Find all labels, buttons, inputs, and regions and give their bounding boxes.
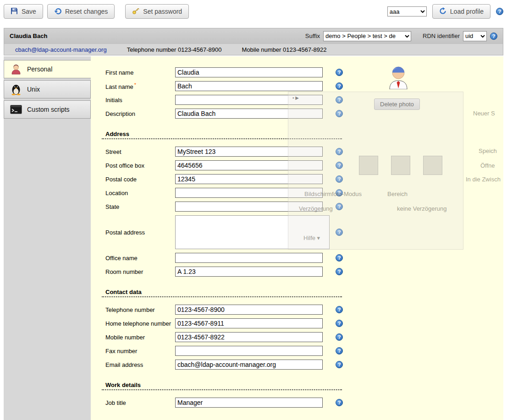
account-titlebar: Claudia Bach Suffix demo > People > test… xyxy=(4,28,503,55)
titlebar-summary-row: cbach@ldap-account-manager.org Telephone… xyxy=(4,44,503,55)
titlebar-controls: Suffix demo > People > test > de RDN ide… xyxy=(305,31,497,41)
tab-personal[interactable]: Personal xyxy=(4,60,91,78)
help-icon[interactable]: ? xyxy=(336,361,343,368)
save-button-label: Save xyxy=(22,8,36,15)
help-icon[interactable]: ? xyxy=(336,82,343,90)
help-icon[interactable]: ? xyxy=(336,268,343,275)
tab-unix[interactable]: Unix xyxy=(4,80,91,98)
form-row: Street ? xyxy=(91,147,503,157)
post-office-box-input[interactable] xyxy=(175,160,323,170)
suffix-select[interactable]: demo > People > test > de xyxy=(323,31,411,41)
field-label: Telephone number xyxy=(105,306,175,313)
delete-photo-button[interactable]: Delete photo xyxy=(374,98,420,110)
field-label: Home telephone number xyxy=(105,320,175,327)
rdn-identifier-label: RDN identifier xyxy=(423,33,460,39)
account-email-link[interactable]: cbach@ldap-account-manager.org xyxy=(15,46,107,53)
help-icon[interactable]: ? xyxy=(336,110,343,117)
help-icon[interactable]: ? xyxy=(336,96,343,104)
key-icon xyxy=(132,7,139,16)
form-row: Location ? xyxy=(91,188,503,198)
field-label: Postal code xyxy=(105,176,175,183)
help-icon[interactable]: ? xyxy=(336,306,343,313)
form-row: Mobile number ? xyxy=(91,332,503,342)
help-icon[interactable]: ? xyxy=(336,399,343,406)
help-icon[interactable]: ? xyxy=(336,203,343,210)
reset-changes-label: Reset changes xyxy=(65,8,108,15)
mobile-number-input[interactable] xyxy=(175,332,323,342)
field-label: Office name xyxy=(105,255,175,262)
field-label: Email address xyxy=(105,361,175,368)
fax-number-input[interactable] xyxy=(175,346,323,356)
job-title-input[interactable] xyxy=(175,398,323,408)
help-icon[interactable]: ? xyxy=(336,148,343,155)
postal-code-input[interactable] xyxy=(175,174,323,184)
help-icon[interactable]: ? xyxy=(336,229,343,236)
field-label: Postal address xyxy=(105,229,175,236)
field-label: Mobile number xyxy=(105,334,175,341)
undo-arrow-icon xyxy=(54,7,61,16)
help-icon[interactable]: ? xyxy=(336,333,343,341)
form-row: Fax number ? xyxy=(91,346,503,356)
tab-unix-label: Unix xyxy=(27,86,40,93)
person-icon xyxy=(10,64,22,75)
refresh-icon xyxy=(439,7,446,16)
save-button[interactable]: Save xyxy=(4,4,43,19)
form-row: Home telephone number ? xyxy=(91,318,503,328)
help-icon[interactable]: ? xyxy=(490,33,497,40)
home-telephone-input[interactable] xyxy=(175,318,323,328)
form-row: Postal code ? xyxy=(91,174,503,184)
field-label: Initials xyxy=(105,97,175,104)
last-name-input[interactable] xyxy=(175,81,323,91)
summary-mobile: Mobile number 0123-4567-8922 xyxy=(242,46,326,53)
reset-changes-button[interactable]: Reset changes xyxy=(47,4,115,19)
room-number-input[interactable] xyxy=(175,267,323,277)
postal-address-textarea[interactable] xyxy=(175,215,330,249)
help-icon[interactable]: ? xyxy=(336,320,343,327)
email-address-input[interactable] xyxy=(175,360,323,370)
help-icon[interactable]: ? xyxy=(336,175,343,183)
section-header-work-details: Work details xyxy=(102,382,342,390)
module-sidebar: Personal Unix xyxy=(4,56,91,420)
form-row: Initials ? xyxy=(91,95,503,105)
field-label: Fax number xyxy=(105,348,175,355)
tux-penguin-icon xyxy=(10,83,22,95)
save-floppy-icon xyxy=(11,7,18,16)
form-row: State ? xyxy=(91,202,503,212)
state-input[interactable] xyxy=(175,202,323,212)
form-row: Last name* ? xyxy=(91,81,503,91)
field-label: Post office box xyxy=(105,162,175,169)
field-label: First name xyxy=(105,69,175,76)
field-label: Job title xyxy=(105,399,175,406)
page-title: Claudia Bach xyxy=(10,33,47,39)
field-label: Street xyxy=(105,148,175,155)
telephone-number-input[interactable] xyxy=(175,305,323,315)
set-password-button[interactable]: Set password xyxy=(125,4,189,19)
field-label: Last name* xyxy=(105,82,175,90)
rdn-select[interactable]: uid xyxy=(463,31,487,41)
field-label: Location xyxy=(105,190,175,196)
load-profile-button[interactable]: Load profile xyxy=(432,4,490,19)
street-input[interactable] xyxy=(175,147,323,157)
form-row: Office name ? xyxy=(91,253,503,263)
set-password-label: Set password xyxy=(143,8,182,15)
tab-custom-scripts[interactable]: Custom scripts xyxy=(4,100,91,119)
field-label: State xyxy=(105,203,175,210)
help-icon[interactable]: ? xyxy=(336,347,343,355)
help-icon[interactable]: ? xyxy=(336,189,343,196)
location-input[interactable] xyxy=(175,188,323,198)
toolbar-right-group: aaa Load profile ? xyxy=(387,4,503,19)
first-name-input[interactable] xyxy=(175,67,323,77)
office-name-input[interactable] xyxy=(175,253,323,263)
help-icon[interactable]: ? xyxy=(496,8,503,15)
section-header-contact-data: Contact data xyxy=(102,289,342,297)
terminal-icon xyxy=(10,105,22,114)
help-icon[interactable]: ? xyxy=(336,69,343,76)
help-icon[interactable]: ? xyxy=(336,254,343,262)
profile-select[interactable]: aaa xyxy=(387,6,427,16)
form-row: Email address ? xyxy=(91,360,503,370)
description-input[interactable] xyxy=(175,109,323,119)
initials-input[interactable] xyxy=(175,95,323,105)
form-row: First name ? xyxy=(91,67,503,77)
required-marker: * xyxy=(134,82,136,87)
help-icon[interactable]: ? xyxy=(336,162,343,169)
